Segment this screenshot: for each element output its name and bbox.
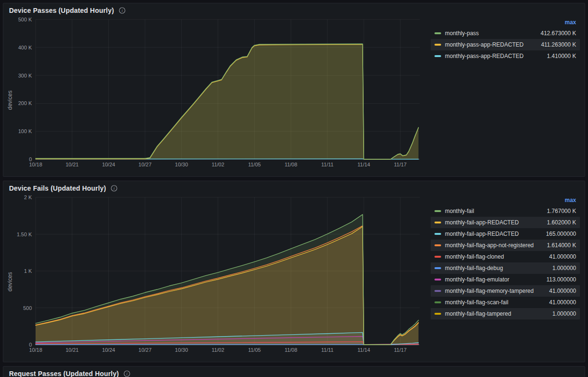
legend-item-monthly-fail[interactable]: monthly-fail1.767000 K — [431, 205, 580, 217]
svg-text:200 K: 200 K — [18, 100, 32, 106]
legend-series-label[interactable]: monthly-fail-app-REDACTED — [445, 219, 543, 226]
legend-max-value: 1.767000 K — [547, 208, 576, 214]
panel-device-fails-header[interactable]: Device Fails (Updated Hourly) i — [3, 181, 585, 193]
legend-max-value: 1.000000 — [552, 310, 576, 317]
chart-area: 05001 K1.50 K2 K10/1810/2110/2410/2710/3… — [14, 193, 425, 360]
chart-area: 0100 K200 K300 K400 K500 K10/1810/2110/2… — [14, 16, 425, 174]
legend-max-value: 1.000000 — [552, 265, 576, 271]
svg-text:11/08: 11/08 — [285, 347, 298, 353]
y-axis-label: devices — [6, 16, 14, 174]
svg-text:10/30: 10/30 — [175, 347, 188, 353]
legend-item-monthly-fail-app-REDACTED[interactable]: monthly-fail-app-REDACTED165.000000 — [431, 228, 580, 240]
panel-request-passes: Request Passes (Updated Hourly) i — [3, 366, 585, 377]
legend-series-label[interactable]: monthly-fail-flag-emulator — [445, 276, 542, 283]
svg-text:10/21: 10/21 — [66, 162, 79, 167]
svg-text:11/08: 11/08 — [285, 162, 298, 167]
series-color-swatch — [434, 233, 441, 235]
device-fails-chart[interactable]: 05001 K1.50 K2 K10/1810/2110/2410/2710/3… — [14, 193, 423, 354]
svg-text:1.50 K: 1.50 K — [17, 232, 32, 237]
legend-item-monthly-pass[interactable]: monthly-pass412.673000 K — [431, 28, 580, 39]
panel-device-passes-header[interactable]: Device Passes (Updated Hourly) i — [3, 3, 585, 16]
svg-text:11/17: 11/17 — [394, 162, 407, 167]
series-color-swatch — [434, 279, 441, 280]
panel-title: Request Passes (Updated Hourly) — [9, 370, 119, 377]
legend-item-monthly-fail-app-REDACTED[interactable]: monthly-fail-app-REDACTED1.602000 K — [431, 217, 580, 228]
panel-body: devices 05001 K1.50 K2 K10/1810/2110/241… — [3, 193, 585, 362]
series-color-swatch — [434, 301, 441, 303]
legend-item-monthly-fail-flag-memory-tampered[interactable]: monthly-fail-flag-memory-tampered41.0000… — [431, 285, 580, 297]
svg-text:i: i — [126, 371, 128, 376]
legend-max-value: 1.614000 K — [547, 242, 576, 249]
svg-text:11/05: 11/05 — [248, 162, 261, 167]
legend-series-label[interactable]: monthly-fail-flag-app-not-registered — [445, 242, 543, 249]
legend-series-label[interactable]: monthly-fail-flag-memory-tampered — [445, 288, 545, 294]
legend-item-monthly-fail-flag-app-not-registered[interactable]: monthly-fail-flag-app-not-registered1.61… — [431, 240, 580, 251]
legend-rows: monthly-fail1.767000 Kmonthly-fail-app-R… — [431, 205, 580, 319]
series-color-swatch — [434, 222, 441, 223]
series-color-swatch — [434, 267, 441, 269]
legend-item-monthly-fail-flag-cloned[interactable]: monthly-fail-flag-cloned41.000000 — [431, 251, 580, 262]
info-icon[interactable]: i — [119, 7, 125, 14]
legend-series-label[interactable]: monthly-fail-flag-scan-fail — [445, 299, 545, 306]
svg-text:11/02: 11/02 — [212, 162, 224, 167]
series-color-swatch — [434, 256, 441, 258]
legend-item-monthly-fail-flag-scan-fail[interactable]: monthly-fail-flag-scan-fail41.000000 — [431, 297, 580, 308]
legend-series-label[interactable]: monthly-fail-flag-debug — [445, 265, 549, 271]
legend-item-monthly-fail-flag-debug[interactable]: monthly-fail-flag-debug1.000000 — [431, 262, 580, 274]
panel-request-passes-header[interactable]: Request Passes (Updated Hourly) i — [3, 367, 585, 377]
info-icon[interactable]: i — [111, 185, 117, 192]
svg-text:2 K: 2 K — [24, 194, 32, 200]
series-color-swatch — [434, 44, 441, 46]
panel-device-fails: Device Fails (Updated Hourly) i devices … — [3, 181, 585, 362]
legend-item-monthly-fail-flag-tampered[interactable]: monthly-fail-flag-tampered1.000000 — [431, 308, 580, 319]
svg-text:11/11: 11/11 — [321, 347, 334, 353]
legend-series-label[interactable]: monthly-fail-app-REDACTED — [445, 231, 542, 237]
legend-max-value: 41.000000 — [549, 288, 576, 294]
legend-series-label[interactable]: monthly-fail-flag-cloned — [445, 253, 545, 260]
svg-text:500 K: 500 K — [18, 17, 32, 22]
svg-text:10/21: 10/21 — [66, 347, 79, 353]
svg-text:1 K: 1 K — [24, 268, 32, 274]
legend-max-value: 165.000000 — [546, 231, 576, 237]
svg-text:500: 500 — [23, 305, 32, 311]
panel-body: devices 0100 K200 K300 K400 K500 K10/181… — [3, 16, 585, 176]
legend-item-monthly-pass-app-REDACTED[interactable]: monthly-pass-app-REDACTED411.263000 K — [431, 39, 580, 50]
legend-device-passes: max monthly-pass412.673000 Kmonthly-pass… — [425, 16, 582, 174]
svg-text:i: i — [121, 8, 123, 13]
legend-series-label[interactable]: monthly-pass — [445, 30, 537, 37]
legend-item-monthly-pass-app-REDACTED[interactable]: monthly-pass-app-REDACTED1.410000 K — [431, 50, 580, 62]
legend-series-label[interactable]: monthly-pass-app-REDACTED — [445, 53, 543, 59]
device-passes-chart[interactable]: 0100 K200 K300 K400 K500 K10/1810/2110/2… — [14, 16, 423, 169]
info-icon[interactable]: i — [124, 370, 130, 377]
legend-max-value: 412.673000 K — [540, 30, 576, 37]
svg-text:10/18: 10/18 — [29, 162, 42, 167]
legend-max-column-header[interactable]: max — [565, 197, 576, 203]
svg-text:i: i — [114, 186, 115, 191]
series-color-swatch — [434, 32, 441, 34]
legend-max-value: 1.602000 K — [547, 219, 576, 226]
svg-text:300 K: 300 K — [18, 73, 32, 78]
legend-item-monthly-fail-flag-emulator[interactable]: monthly-fail-flag-emulator113.000000 — [431, 274, 580, 285]
svg-text:10/27: 10/27 — [138, 162, 152, 167]
svg-text:11/11: 11/11 — [321, 162, 334, 167]
svg-text:10/24: 10/24 — [102, 162, 116, 167]
legend-series-label[interactable]: monthly-fail — [445, 208, 543, 214]
y-axis-label: devices — [6, 193, 14, 360]
series-color-swatch — [434, 55, 441, 57]
legend-max-value: 113.000000 — [546, 276, 576, 283]
legend-max-column-header[interactable]: max — [565, 19, 576, 26]
series-color-swatch — [434, 290, 441, 292]
svg-text:100 K: 100 K — [18, 128, 32, 134]
legend-max-value: 411.263000 K — [541, 41, 576, 48]
legend-max-value: 41.000000 — [549, 253, 576, 260]
legend-header: max — [431, 18, 580, 28]
panel-title: Device Passes (Updated Hourly) — [9, 7, 114, 14]
panel-title: Device Fails (Updated Hourly) — [9, 184, 106, 192]
legend-rows: monthly-pass412.673000 Kmonthly-pass-app… — [431, 28, 580, 62]
legend-series-label[interactable]: monthly-pass-app-REDACTED — [445, 41, 537, 48]
svg-text:10/27: 10/27 — [138, 347, 152, 353]
legend-series-label[interactable]: monthly-fail-flag-tampered — [445, 310, 549, 317]
svg-text:400 K: 400 K — [18, 45, 32, 50]
legend-max-value: 1.410000 K — [547, 53, 576, 59]
legend-header: max — [431, 195, 580, 205]
